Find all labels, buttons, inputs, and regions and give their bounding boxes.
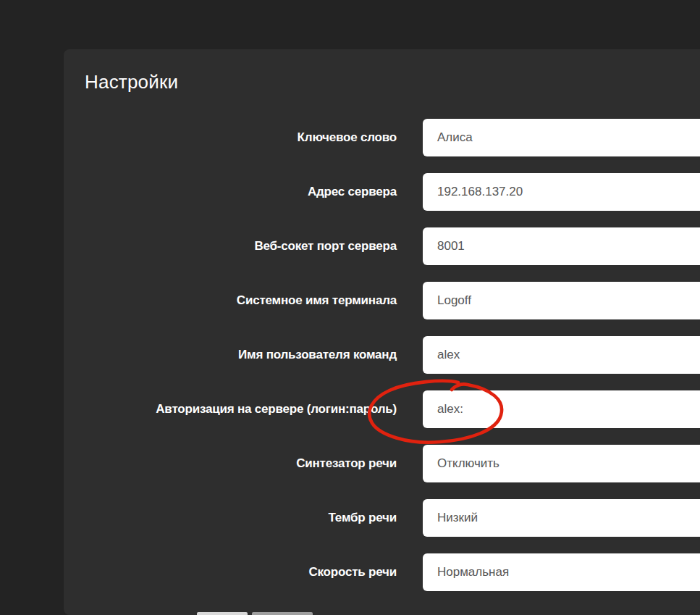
field-label: Системное имя терминала bbox=[64, 293, 397, 308]
form-row: Синтезатор речи bbox=[64, 445, 700, 482]
field-label: Синтезатор речи bbox=[64, 456, 397, 471]
settings-form: Ключевое слово Адрес сервера Веб-сокет п… bbox=[64, 119, 700, 608]
form-row: Системное имя терминала bbox=[64, 282, 700, 319]
field-label: Тембр речи bbox=[64, 511, 397, 525]
field-label: Адрес сервера bbox=[64, 185, 397, 199]
field-input-logoff[interactable] bbox=[423, 282, 700, 319]
form-row-annotated: Авторизация на сервере (логин:пароль) bbox=[64, 390, 700, 428]
form-row: Имя пользователя команд bbox=[64, 336, 700, 374]
field-label: Ключевое слово bbox=[64, 130, 397, 145]
form-row: Адрес сервера bbox=[64, 173, 700, 211]
settings-card: Настройки Ключевое слово Адрес сервера В… bbox=[64, 49, 700, 615]
field-input-низкий[interactable] bbox=[423, 499, 700, 537]
field-input-нормальная[interactable] bbox=[423, 553, 700, 591]
field-label: Скорость речи bbox=[64, 565, 397, 580]
form-row: Скорость речи bbox=[64, 553, 700, 591]
field-input-alex[interactable] bbox=[423, 336, 700, 374]
form-row: Ключевое слово bbox=[64, 119, 700, 156]
field-label: Имя пользователя команд bbox=[64, 348, 397, 362]
field-input-алиса[interactable] bbox=[423, 119, 700, 156]
page-title: Настройки bbox=[85, 71, 700, 93]
field-input-192-168-137-20[interactable] bbox=[423, 173, 700, 211]
cutoff-element-right bbox=[252, 612, 313, 615]
field-label: Авторизация на сервере (логин:пароль) bbox=[64, 402, 397, 417]
cutoff-element-left bbox=[197, 612, 248, 615]
form-row: Веб-сокет порт сервера bbox=[64, 227, 700, 265]
field-label: Веб-сокет порт сервера bbox=[64, 239, 397, 254]
form-row: Тембр речи bbox=[64, 499, 700, 537]
field-input-8001[interactable] bbox=[423, 227, 700, 265]
field-input-alex-[interactable] bbox=[423, 390, 700, 428]
field-input-отключить[interactable] bbox=[423, 445, 700, 482]
settings-page: Настройки Ключевое слово Адрес сервера В… bbox=[0, 0, 700, 615]
